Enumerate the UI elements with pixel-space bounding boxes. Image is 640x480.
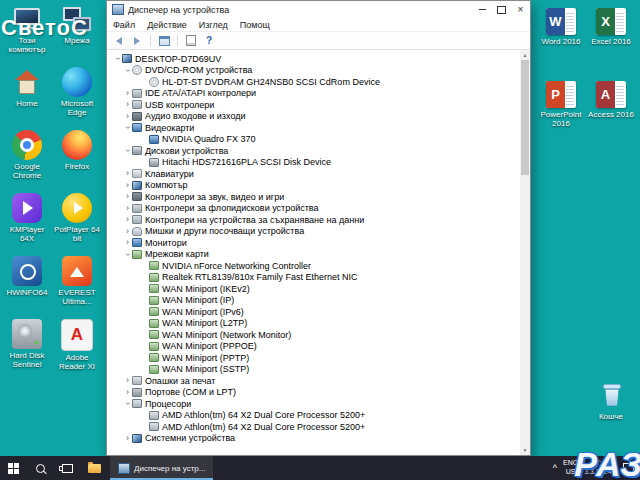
tree-scrollbar[interactable]: ▲ ▼ <box>520 50 530 455</box>
chevron-right-icon[interactable]: › <box>123 112 132 121</box>
scroll-up-icon[interactable]: ▲ <box>520 50 530 60</box>
tree-node[interactable]: Hitachi HDS721616PLA SCSI Disk Device <box>107 157 520 169</box>
tree-node[interactable]: ›Аудио входове и изходи <box>107 111 520 123</box>
tray-expand-icon[interactable]: ^ <box>553 463 557 473</box>
start-button[interactable] <box>0 456 27 480</box>
maximize-button[interactable] <box>492 1 511 18</box>
chevron-right-icon[interactable]: › <box>123 376 132 385</box>
tree-node[interactable]: WAN Miniport (Network Monitor) <box>107 329 520 341</box>
desktop-icon-google-chrome[interactable]: Google Chrome <box>2 130 52 193</box>
desktop-icon-hwinfo64[interactable]: HWiNFO64 <box>2 256 52 319</box>
tree-node[interactable]: ›Опашки за печат <box>107 375 520 387</box>
scroll-down-icon[interactable]: ▼ <box>520 445 530 455</box>
tree-node[interactable]: ›Дискови устройства <box>107 145 520 157</box>
gpu-icon <box>132 123 142 132</box>
chevron-down-icon[interactable]: › <box>123 250 132 259</box>
chevron-right-icon[interactable]: › <box>123 434 132 443</box>
desktop-icon-adobe-reader-xi[interactable]: Adobe Reader XI <box>52 319 102 382</box>
minimize-button[interactable] <box>473 1 492 18</box>
chevron-right-icon[interactable]: › <box>123 388 132 397</box>
chevron-right-icon[interactable]: › <box>123 169 132 178</box>
tree-node[interactable]: ›USB контролери <box>107 99 520 111</box>
desktop-icon-powerpoint-2016[interactable]: PPowerPoint 2016 <box>536 79 586 152</box>
menu-действие[interactable]: Действие <box>141 20 193 30</box>
desktop-icon-potplayer-64-bit[interactable]: PotPlayer 64 bit <box>52 193 102 256</box>
desktop-icon-microsoft-edge[interactable]: Microsoft Edge <box>52 67 102 130</box>
tree-node[interactable]: ›Системни устройства <box>107 433 520 445</box>
tree-node[interactable]: NVIDIA Quadro FX 370 <box>107 134 520 146</box>
chevron-right-icon[interactable]: › <box>123 215 132 224</box>
windows-logo-icon <box>8 463 13 468</box>
chevron-down-icon[interactable]: › <box>123 66 132 75</box>
tree-node[interactable]: WAN Miniport (IP) <box>107 295 520 307</box>
tree-node[interactable]: WAN Miniport (IKEv2) <box>107 283 520 295</box>
tree-node[interactable]: ›Видеокарти <box>107 122 520 134</box>
desktop-icon-firefox[interactable]: Firefox <box>52 130 102 193</box>
desktop-icon-word-2016[interactable]: WWord 2016 <box>536 6 586 79</box>
tree-node[interactable]: ›DVD/CD-ROM устройства <box>107 65 520 77</box>
tree-node[interactable]: NVIDIA nForce Networking Controller <box>107 260 520 272</box>
desktop-icon-hard-disk-sentinel[interactable]: Hard Disk Sentinel <box>2 319 52 382</box>
tree-node[interactable]: ›Мрежови карти <box>107 249 520 261</box>
chevron-right-icon[interactable]: › <box>123 227 132 236</box>
tree-node[interactable]: ›Мишки и други посочващи устройства <box>107 226 520 238</box>
taskbar-item-device-manager[interactable]: Диспечер на устр... <box>110 456 213 480</box>
back-button[interactable] <box>111 34 127 48</box>
forward-button[interactable] <box>129 34 145 48</box>
scrollbar-thumb[interactable] <box>521 60 529 175</box>
tree-node[interactable]: ›Компютър <box>107 180 520 192</box>
chevron-down-icon[interactable]: › <box>113 54 122 63</box>
tree-node[interactable]: ›Процесори <box>107 398 520 410</box>
chevron-right-icon[interactable]: › <box>123 204 132 213</box>
title-bar[interactable]: Диспечер на устройства × <box>107 1 530 18</box>
tree-node-label: WAN Miniport (Network Monitor) <box>162 330 291 340</box>
desktop-icon-excel-2016[interactable]: XExcel 2016 <box>586 6 636 79</box>
menu-файл[interactable]: Файл <box>107 20 141 30</box>
chevron-right-icon[interactable]: › <box>123 238 132 247</box>
tree-node[interactable]: ›Контролери за звук, видео и игри <box>107 191 520 203</box>
desktop-icon-kmplayer-64x[interactable]: KMPlayer 64X <box>2 193 52 256</box>
scrollbar-track[interactable] <box>520 175 530 445</box>
properties-icon <box>186 35 196 46</box>
search-button[interactable] <box>27 456 54 480</box>
tree-node[interactable]: ›Портове (COM и LPT) <box>107 387 520 399</box>
maximize-icon <box>497 6 506 14</box>
tree-node[interactable]: AMD Athlon(tm) 64 X2 Dual Core Processor… <box>107 421 520 433</box>
file-explorer-button[interactable] <box>81 456 108 480</box>
tree-node[interactable]: WAN Miniport (L2TP) <box>107 318 520 330</box>
tree-node[interactable]: AMD Athlon(tm) 64 X2 Dual Core Processor… <box>107 410 520 422</box>
task-view-button[interactable] <box>54 456 81 480</box>
tree-node[interactable]: HL-DT-ST DVDRAM GH24NSB0 SCSI CdRom Devi… <box>107 76 520 88</box>
chevron-down-icon[interactable]: › <box>123 399 132 408</box>
properties-button[interactable] <box>183 34 199 48</box>
desktop-icon-label: Excel 2016 <box>591 37 631 46</box>
chevron-right-icon[interactable]: › <box>123 181 132 190</box>
tree-node[interactable]: ›Контролери на устройства за съхраняване… <box>107 214 520 226</box>
chevron-down-icon[interactable]: › <box>123 123 132 132</box>
tree-node[interactable]: ›DESKTOP-D7D69UV <box>107 53 520 65</box>
help-button[interactable]: ? <box>201 34 217 48</box>
desktop-icon-everest-ultima[interactable]: EVEREST Ultima... <box>52 256 102 319</box>
menu-изглед[interactable]: Изглед <box>193 20 234 30</box>
menu-помощ[interactable]: Помощ <box>234 20 276 30</box>
tree-node[interactable]: ›Монитори <box>107 237 520 249</box>
chevron-right-icon[interactable]: › <box>123 100 132 109</box>
tree-node[interactable]: WAN Miniport (PPPOE) <box>107 341 520 353</box>
tree-node[interactable]: ›Контролери за флопидискови устройства <box>107 203 520 215</box>
chevron-down-icon[interactable]: › <box>123 146 132 155</box>
network-icon <box>149 342 159 351</box>
chevron-right-icon[interactable]: › <box>123 192 132 201</box>
tree-node[interactable]: WAN Miniport (IPv6) <box>107 306 520 318</box>
tree-node[interactable]: WAN Miniport (SSTP) <box>107 364 520 376</box>
tree-node[interactable]: Realtek RTL8139/810x Family Fast Etherne… <box>107 272 520 284</box>
tree-node[interactable]: ›IDE ATA/ATAPI контролери <box>107 88 520 100</box>
close-button[interactable]: × <box>511 1 530 18</box>
tree-node[interactable]: ›Клавиатури <box>107 168 520 180</box>
desktop-icon-access-2016[interactable]: AAccess 2016 <box>586 79 636 152</box>
chevron-right-icon[interactable]: › <box>123 89 132 98</box>
desktop-icon-recycle-bin[interactable]: Кошче <box>586 380 636 421</box>
tree-node-label: WAN Miniport (IP) <box>162 295 234 305</box>
tree-node[interactable]: WAN Miniport (PPTP) <box>107 352 520 364</box>
desktop-icon-home[interactable]: Home <box>2 67 52 130</box>
show-console-tree-button[interactable] <box>156 34 172 48</box>
